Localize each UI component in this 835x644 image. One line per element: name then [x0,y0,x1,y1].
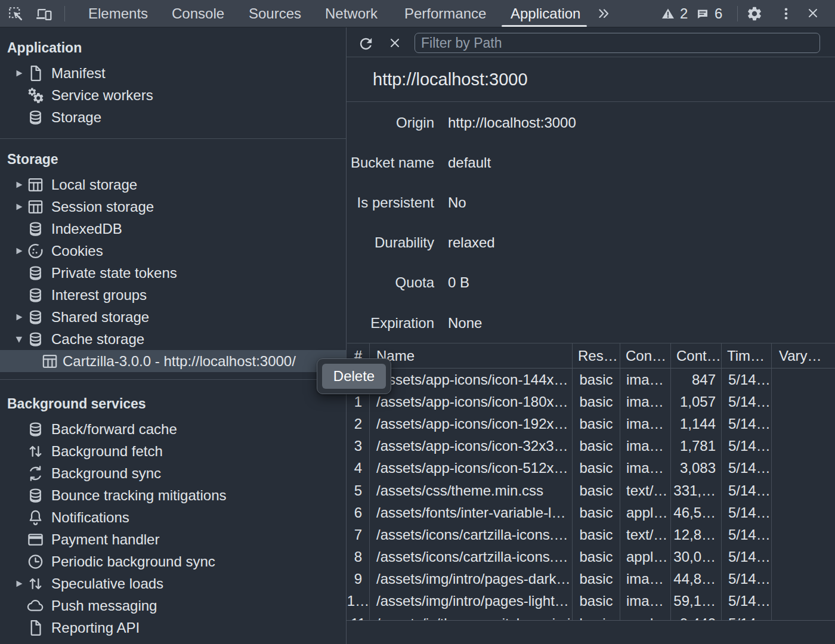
column-header-response-type[interactable]: Res… [573,343,620,368]
tab-performance[interactable]: Performance [404,0,486,27]
table-row[interactable]: 2/assets/app-icons/icon-192x…basicima…1,… [347,413,835,435]
tab-application[interactable]: Application [511,0,580,27]
cell-time[interactable]: 5/14… [722,457,772,479]
cell-num[interactable]: 9 [347,568,370,590]
table-row[interactable]: 3/assets/app-icons/icon-32x3…basicima…1,… [347,435,835,457]
cell-num[interactable]: 8 [347,546,370,568]
cell-name[interactable]: /assets/app-icons/icon-180x… [370,391,573,413]
cell-num[interactable]: 2 [347,413,370,435]
sidebar-item-cache-storage[interactable]: Cache storage [0,328,346,350]
cell-res[interactable]: basic [573,501,620,524]
cell-con[interactable]: ima… [620,590,671,612]
filter-by-path-input[interactable] [415,33,820,53]
expander-collapsed-icon[interactable] [16,69,23,77]
issues-icon[interactable] [695,7,710,21]
sidebar-item-periodic-background-sync[interactable]: Periodic background sync [0,550,346,572]
sidebar-item-service-workers[interactable]: Service workers [0,84,346,106]
cell-res[interactable]: basic [573,369,620,391]
cell-name[interactable]: /assets/app-icons/icon-512x… [370,457,573,479]
cell-res[interactable]: basic [573,413,620,435]
cell-con[interactable]: text/… [620,479,671,501]
cell-time[interactable]: 5/14… [722,612,772,620]
cell-res[interactable]: basic [573,391,620,413]
column-header-content-length[interactable]: Cont… [671,343,722,368]
warning-count[interactable]: 2 [680,0,688,27]
cell-res[interactable]: basic [573,546,620,568]
cell-res[interactable]: basic [573,524,620,546]
sidebar-item-speculative-loads[interactable]: Speculative loads [0,572,346,595]
tab-network[interactable]: Network [325,0,378,27]
context-menu-item-delete[interactable]: Delete [322,364,386,389]
cell-name[interactable]: /assets/icons/cartzilla-icons.… [370,524,573,546]
close-devtools-icon[interactable] [806,7,821,21]
cell-res[interactable]: basic [573,435,620,457]
cell-name[interactable]: /assets/icons/cartzilla-icons.… [370,546,573,568]
tab-console[interactable]: Console [172,0,224,27]
refresh-icon[interactable] [357,35,373,51]
settings-gear-icon[interactable] [746,5,760,20]
table-row[interactable]: 5/assets/css/theme.min.cssbasictext/…331… [347,479,835,501]
cell-time[interactable]: 5/14… [722,479,772,501]
cell-num[interactable]: 6 [347,501,370,524]
cell-vary[interactable] [772,546,835,568]
cell-vary[interactable] [772,590,835,612]
cell-con[interactable]: text/… [620,524,671,546]
expander-collapsed-icon[interactable] [16,203,23,210]
cell-vary[interactable] [772,524,835,546]
column-header-vary-header[interactable]: Vary… [772,343,835,368]
cell-time[interactable]: 5/14… [722,501,772,524]
cell-name[interactable]: /assets/fonts/inter-variable-l… [370,501,573,524]
cell-con[interactable]: ima… [620,435,671,457]
expander-expanded-icon[interactable] [16,335,23,343]
sidebar-item-background-fetch[interactable]: Background fetch [0,440,346,462]
cell-vary[interactable] [772,391,835,413]
cell-time[interactable]: 5/14… [722,590,772,612]
sidebar-item-cookies[interactable]: Cookies [0,240,346,262]
sidebar-item-storage[interactable]: Storage [0,106,346,128]
cell-len[interactable]: 9,442 [671,612,722,620]
cell-len[interactable]: 847 [671,369,722,391]
cell-len[interactable]: 331,… [671,479,722,501]
table-row[interactable]: 7/assets/icons/cartzilla-icons.…basictex… [347,524,835,546]
cell-name[interactable]: /assets/img/intro/pages-dark… [370,568,573,590]
cell-len[interactable]: 30,0… [671,546,722,568]
table-row[interactable]: 8/assets/icons/cartzilla-icons.…basicapp… [347,546,835,568]
expander-collapsed-icon[interactable] [16,181,23,188]
cell-time[interactable]: 5/14… [722,435,772,457]
cell-vary[interactable] [772,612,835,620]
table-row[interactable]: 9/assets/img/intro/pages-dark…basicima…4… [347,568,835,590]
cell-num[interactable]: 4 [347,457,370,479]
cell-con[interactable]: ima… [620,391,671,413]
table-row[interactable]: 6/assets/fonts/inter-variable-l…basicapp… [347,501,835,524]
sidebar-item-shared-storage[interactable]: Shared storage [0,306,346,328]
cell-time[interactable]: 5/14… [722,369,772,391]
cell-vary[interactable] [772,435,835,457]
cell-name[interactable]: /assets/css/theme.min.css [370,479,573,501]
expander-collapsed-icon[interactable] [16,247,23,255]
table-row[interactable]: 0/assets/app-icons/icon-144x…basicima…84… [347,369,835,391]
cell-num[interactable]: 3 [347,435,370,457]
cell-vary[interactable] [772,457,835,479]
cell-len[interactable]: 1,144 [671,413,722,435]
expander-collapsed-icon[interactable] [16,580,23,587]
warning-icon[interactable] [661,7,675,21]
sidebar-item-reporting-api[interactable]: Reporting API [0,617,346,639]
cell-len[interactable]: 46,5… [671,501,722,524]
cell-con[interactable]: ima… [620,369,671,391]
cell-con[interactable]: ima… [620,457,671,479]
cell-name[interactable]: /assets/app-icons/icon-144x… [370,369,573,391]
inspect-element-icon[interactable] [8,6,22,20]
cell-name[interactable]: /assets/img/intro/pages-light… [370,590,573,612]
cell-num[interactable]: 11 [347,612,370,620]
cell-name[interactable]: /assets/app-icons/icon-192x… [370,413,573,435]
cell-res[interactable]: basic [573,568,620,590]
more-tabs-icon[interactable] [596,7,611,21]
cell-res[interactable]: basic [573,457,620,479]
cell-res[interactable]: basic [573,590,620,612]
cell-res[interactable]: basic [573,479,620,501]
tab-elements[interactable]: Elements [88,0,148,27]
expander-collapsed-icon[interactable] [16,313,23,321]
cell-name[interactable]: /assets/app-icons/icon-32x3… [370,435,573,457]
sidebar-item-push-messaging[interactable]: Push messaging [0,595,346,617]
cell-vary[interactable] [772,501,835,524]
